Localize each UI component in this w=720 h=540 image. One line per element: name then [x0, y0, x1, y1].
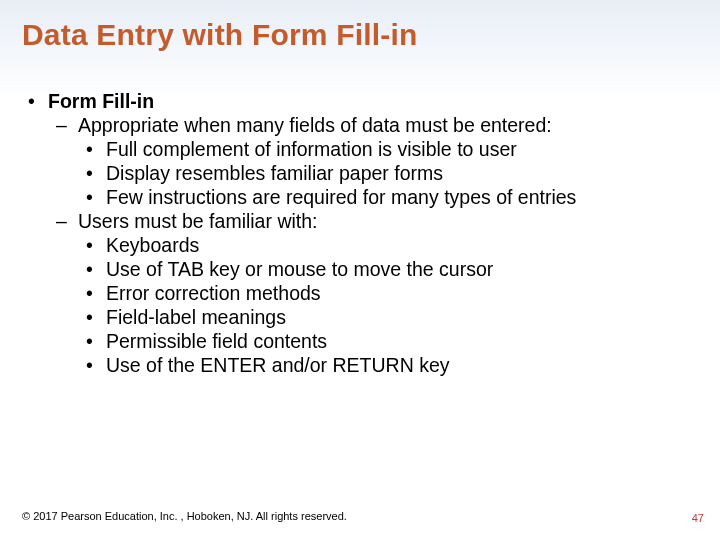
bullet-l3-text: Display resembles familiar paper forms: [106, 162, 443, 184]
bullet-l3: Full complement of information is visibl…: [78, 138, 694, 162]
slide: Data Entry with Form Fill-in Form Fill-i…: [0, 0, 720, 540]
bullet-l3-text: Few instructions are required for many t…: [106, 186, 576, 208]
bullet-l2: Users must be familiar with: Keyboards U…: [48, 210, 694, 378]
bullet-l3: Error correction methods: [78, 282, 694, 306]
bullet-l3: Few instructions are required for many t…: [78, 186, 694, 210]
bullet-l2: Appropriate when many fields of data mus…: [48, 114, 694, 210]
bullet-l3: Use of TAB key or mouse to move the curs…: [78, 258, 694, 282]
bullet-l2-text: Users must be familiar with:: [78, 210, 317, 232]
slide-content: Form Fill-in Appropriate when many field…: [0, 52, 720, 378]
bullet-l3: Permissible field contents: [78, 330, 694, 354]
bullet-l3-text: Error correction methods: [106, 282, 321, 304]
bullet-l3: Display resembles familiar paper forms: [78, 162, 694, 186]
bullet-l3-text: Use of the ENTER and/or RETURN key: [106, 354, 450, 376]
bullet-l3-text: Field-label meanings: [106, 306, 286, 328]
bullet-l3: Field-label meanings: [78, 306, 694, 330]
bullet-l1-label: Form Fill-in: [48, 90, 154, 112]
bullet-l3: Use of the ENTER and/or RETURN key: [78, 354, 694, 378]
bullet-l3-text: Keyboards: [106, 234, 199, 256]
copyright-footer: © 2017 Pearson Education, Inc. , Hoboken…: [22, 510, 347, 522]
bullet-l2-text: Appropriate when many fields of data mus…: [78, 114, 552, 136]
bullet-l3-text: Full complement of information is visibl…: [106, 138, 517, 160]
page-number: 47: [692, 512, 704, 524]
bullet-l3-text: Use of TAB key or mouse to move the curs…: [106, 258, 493, 280]
bullet-l3-text: Permissible field contents: [106, 330, 327, 352]
slide-title: Data Entry with Form Fill-in: [0, 0, 720, 52]
bullet-l1: Form Fill-in Appropriate when many field…: [26, 90, 694, 378]
bullet-l3: Keyboards: [78, 234, 694, 258]
